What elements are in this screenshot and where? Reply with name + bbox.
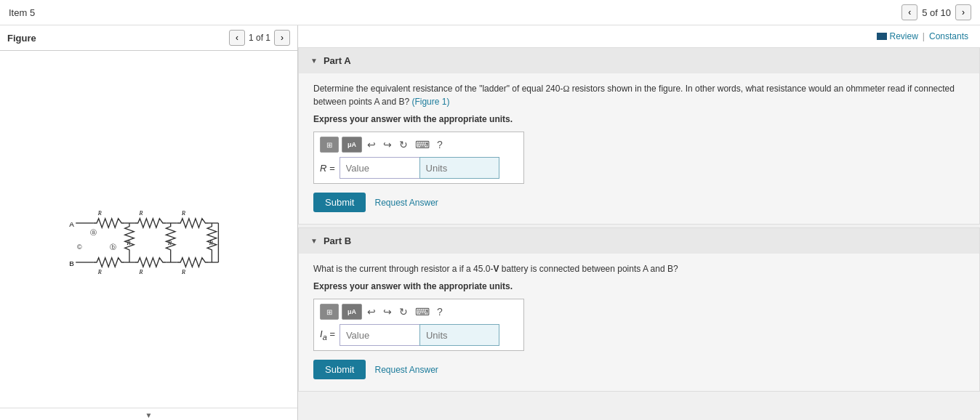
part-b-header: ▼ Part B: [299, 228, 979, 254]
left-panel: Figure ‹ 1 of 1 › A B © ⓑ ⓐ: [0, 25, 298, 420]
grid-icon-b: ⊞: [326, 308, 332, 316]
item-title: Item 5: [9, 7, 35, 18]
svg-text:R: R: [138, 269, 142, 275]
part-b-body: What is the current through resistor a i…: [299, 254, 979, 391]
part-b-answer-area: ⊞ μA ↩ ↪ ↻ ⌨ ? Ia =: [313, 299, 524, 351]
help-button-b[interactable]: ?: [435, 304, 445, 319]
part-a-express-label: Express your answer with the appropriate…: [313, 114, 965, 124]
navigation-controls: ‹ 5 of 10 ›: [901, 4, 971, 20]
part-b-input-row: Ia =: [320, 324, 518, 346]
part-b-question: What is the current through resistor a i…: [313, 262, 965, 275]
part-b-express-label: Express your answer with the appropriate…: [313, 281, 965, 291]
figure-ref-link-a[interactable]: (Figure 1): [411, 97, 449, 107]
keyboard-button-a[interactable]: ⌨: [413, 137, 432, 152]
mu-label-b: μA: [348, 308, 356, 315]
part-a-action-row: Submit Request Answer: [313, 193, 965, 212]
page-counter: 5 of 10: [922, 7, 951, 18]
svg-text:B: B: [69, 259, 74, 267]
part-a-header: ▼ Part A: [299, 48, 979, 73]
part-a-question: Determine the equivalent resistance of t…: [313, 82, 965, 108]
constants-link[interactable]: Constants: [929, 31, 968, 41]
grid-tool-button-a[interactable]: ⊞: [320, 137, 339, 153]
svg-text:ⓑ: ⓑ: [110, 243, 116, 251]
part-b-eq-label: Ia =: [320, 328, 335, 342]
figure-prev-button[interactable]: ‹: [229, 30, 245, 46]
mu-label-a: μA: [348, 141, 356, 148]
redo-button-a[interactable]: ↪: [381, 137, 394, 152]
part-b-toggle[interactable]: ▼: [310, 237, 318, 245]
mu-tool-button-b[interactable]: μA: [342, 304, 362, 320]
part-a-body: Determine the equivalent resistance of t…: [299, 73, 979, 224]
figure-content: A B © ⓑ ⓐ R R R: [0, 51, 297, 408]
part-a-units-input[interactable]: [419, 157, 499, 179]
figure-scroll-down[interactable]: ▼: [0, 408, 297, 420]
part-a-label: Part A: [324, 55, 351, 66]
part-b-request-answer-link[interactable]: Request Answer: [374, 365, 438, 375]
prev-button[interactable]: ‹: [901, 4, 917, 20]
part-a-section: ▼ Part A Determine the equivalent resist…: [298, 47, 980, 225]
svg-text:R: R: [181, 269, 185, 275]
part-b-label: Part B: [324, 235, 351, 246]
redo-button-b[interactable]: ↪: [381, 304, 394, 319]
part-a-toggle[interactable]: ▼: [310, 57, 318, 65]
part-a-input-row: R =: [320, 157, 518, 179]
part-b-section: ▼ Part B What is the current through res…: [298, 227, 980, 392]
grid-icon-a: ⊞: [326, 141, 332, 149]
figure-label: Figure: [7, 33, 36, 44]
part-b-action-row: Submit Request Answer: [313, 360, 965, 379]
figure-next-button[interactable]: ›: [274, 30, 290, 46]
part-b-value-input[interactable]: [340, 324, 419, 346]
top-links-bar: Review | Constants: [298, 25, 980, 47]
part-b-submit-button[interactable]: Submit: [313, 360, 366, 379]
right-panel: Review | Constants ▼ Part A Determine th…: [298, 25, 980, 420]
part-b-units-input[interactable]: [419, 324, 499, 346]
help-button-a[interactable]: ?: [435, 137, 445, 152]
svg-text:R: R: [181, 210, 185, 217]
mu-tool-button-a[interactable]: μA: [342, 137, 362, 153]
part-a-request-answer-link[interactable]: Request Answer: [374, 198, 438, 208]
svg-text:R: R: [97, 269, 101, 275]
part-b-toolbar: ⊞ μA ↩ ↪ ↻ ⌨ ?: [320, 304, 518, 320]
figure-header: Figure ‹ 1 of 1 ›: [0, 25, 297, 51]
top-bar: Item 5 ‹ 5 of 10 ›: [0, 0, 980, 25]
svg-text:A: A: [69, 219, 74, 227]
part-a-answer-area: ⊞ μA ↩ ↪ ↻ ⌨ ? R =: [313, 132, 524, 184]
svg-text:R: R: [97, 210, 101, 217]
pipe-divider: |: [923, 31, 925, 41]
circuit-diagram: A B © ⓑ ⓐ R R R: [47, 164, 251, 295]
svg-text:R: R: [138, 210, 142, 217]
svg-text:©: ©: [77, 243, 82, 251]
part-a-eq-label: R =: [320, 163, 335, 174]
review-link[interactable]: Review: [889, 31, 917, 41]
main-layout: Figure ‹ 1 of 1 › A B © ⓑ ⓐ: [0, 25, 980, 420]
undo-button-b[interactable]: ↩: [365, 304, 378, 319]
figure-page-label: 1 of 1: [249, 33, 270, 43]
next-button[interactable]: ›: [955, 4, 971, 20]
part-a-submit-button[interactable]: Submit: [313, 193, 366, 212]
part-a-toolbar: ⊞ μA ↩ ↪ ↻ ⌨ ?: [320, 137, 518, 153]
keyboard-button-b[interactable]: ⌨: [413, 304, 432, 319]
part-a-value-input[interactable]: [340, 157, 419, 179]
refresh-button-a[interactable]: ↻: [397, 137, 410, 152]
undo-button-a[interactable]: ↩: [365, 137, 378, 152]
grid-tool-button-b[interactable]: ⊞: [320, 304, 339, 320]
figure-nav: ‹ 1 of 1 ›: [229, 30, 290, 46]
svg-text:ⓐ: ⓐ: [90, 229, 97, 236]
refresh-button-b[interactable]: ↻: [397, 304, 410, 319]
review-icon: [877, 33, 887, 40]
